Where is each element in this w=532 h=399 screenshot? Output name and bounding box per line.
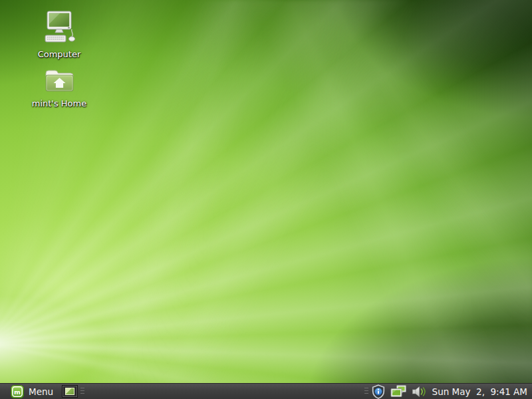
desktop-icon-label: mint's Home xyxy=(32,98,86,108)
desktop-icon-label: Computer xyxy=(38,49,81,59)
system-tray xyxy=(371,384,428,399)
update-shield-icon[interactable] xyxy=(371,384,386,399)
desktop-icon-home[interactable]: mint's Home xyxy=(26,67,92,108)
network-monitors-icon[interactable] xyxy=(390,385,407,398)
home-folder-icon xyxy=(44,67,74,96)
show-desktop-icon xyxy=(65,388,74,395)
panel-handle-left[interactable] xyxy=(80,388,84,395)
linux-mint-logo-icon: m xyxy=(11,385,24,398)
bottom-panel: m Menu xyxy=(0,383,532,399)
computer-icon xyxy=(40,10,78,47)
svg-text:m: m xyxy=(14,388,21,395)
desktop-icon-computer[interactable]: Computer xyxy=(26,10,92,59)
menu-button[interactable]: m Menu xyxy=(0,384,59,399)
desktop-wallpaper xyxy=(0,0,532,399)
show-desktop-button[interactable] xyxy=(62,385,78,398)
speaker-icon[interactable] xyxy=(412,386,428,398)
panel-clock[interactable]: Sun May 2, 9:41 AM xyxy=(428,386,532,397)
menu-button-label: Menu xyxy=(29,386,53,397)
panel-handle-right[interactable] xyxy=(364,388,368,395)
